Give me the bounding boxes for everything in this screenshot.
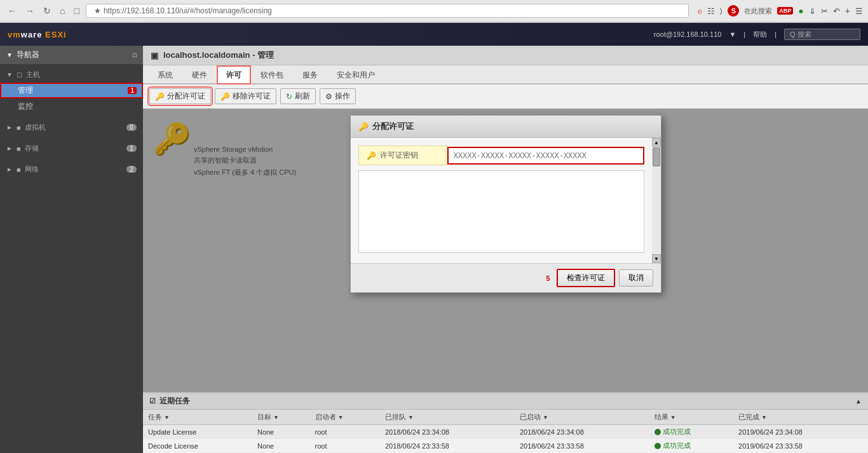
license-key-label: 🔑 许可证密钥 — [358, 145, 447, 165]
help-label[interactable]: 帮助 — [753, 30, 767, 39]
sidebar: ▼ 导航器 □ ▼ ◻ 主机 管理 1 监控 ► ■ 虚拟机 0 — [0, 46, 143, 453]
task-name-2: Decode License — [143, 439, 252, 453]
task-completed-2: 2019/06/24 23:33:58 — [733, 439, 868, 453]
tasks-header: ☑ 近期任务 ▲ — [143, 393, 868, 410]
tasks-checkbox-icon: ☑ — [149, 397, 156, 405]
result-badge-2: 成功完成 — [654, 441, 728, 450]
home-button[interactable]: ⌂ — [57, 4, 67, 17]
network-arrow-icon: ► — [6, 166, 13, 173]
page-icon: ▣ — [151, 51, 158, 60]
add-tab-icon[interactable]: + — [845, 6, 850, 16]
header-search-input[interactable] — [784, 29, 860, 40]
dialog-scroll-area[interactable] — [358, 170, 644, 253]
manage-badge: 1 — [128, 87, 137, 94]
col-initiator: 启动者 ▼ — [310, 410, 381, 425]
download-icon[interactable]: ⇓ — [809, 6, 816, 16]
scroll-down-arrow[interactable]: ▼ — [652, 254, 661, 263]
separator-bar2: | — [775, 30, 776, 38]
menu-icon[interactable]: ☰ — [855, 6, 863, 16]
col-started: 已启动 ▼ — [515, 410, 649, 425]
vmware-text: vm — [8, 30, 21, 39]
assign-license-button[interactable]: 🔑 分配许可证 — [149, 88, 211, 104]
refresh-button[interactable]: ↻ 刷新 — [280, 88, 316, 104]
page-button[interactable]: □ — [71, 4, 81, 17]
ext-icon-1[interactable]: e — [698, 6, 702, 16]
url-text: https://192.168.10.110/ui/#/host/manage/… — [104, 6, 272, 15]
remove-license-button[interactable]: 🔑 移除许可证 — [215, 88, 276, 104]
task-result-1: 成功完成 — [649, 425, 733, 439]
task-started-2: 2018/06/24 23:33:58 — [515, 439, 649, 453]
tab-packages[interactable]: 软件包 — [251, 65, 293, 85]
sidebar-network-group: ► ■ 网络 2 — [0, 159, 143, 180]
cut-icon[interactable]: ✂ — [821, 6, 828, 16]
refresh-browser-button[interactable]: ↻ — [41, 4, 53, 17]
sidebar-nav-header[interactable]: ▼ 导航器 □ — [0, 46, 143, 64]
tasks-collapse-icon[interactable]: ▲ — [855, 398, 862, 405]
tasks-table-wrapper: 任务 ▼ 目标 ▼ 启动者 ▼ 已排队 ▼ — [143, 410, 868, 453]
task-completed-1: 2019/06/24 23:34:08 — [733, 425, 868, 439]
sidebar-vm-group: ► ■ 虚拟机 0 — [0, 117, 143, 138]
cancel-button[interactable]: 取消 — [619, 269, 653, 287]
dialog-title-bar: 🔑 分配许可证 — [351, 116, 661, 138]
scrollbar-thumb[interactable] — [653, 147, 660, 166]
license-key-input[interactable] — [447, 147, 644, 165]
separator1: ▼ — [729, 30, 736, 38]
vm-icon: ■ — [17, 124, 21, 132]
task-queued-2: 2018/06/24 23:33:58 — [380, 439, 515, 453]
storage-label: 存储 — [25, 144, 39, 153]
back-button[interactable]: ← — [5, 4, 19, 17]
sidebar-item-manage[interactable]: 管理 1 — [0, 83, 143, 98]
tab-system[interactable]: 系统 — [148, 65, 182, 85]
browser-chrome: ← → ↻ ⌂ □ ★ https://192.168.10.110/ui/#/… — [0, 0, 868, 23]
toolbar: 🔑 分配许可证 🔑 移除许可证 ↻ 刷新 ⚙ 操作 — [143, 85, 868, 109]
storage-arrow-icon: ► — [6, 145, 13, 152]
dialog-footer: 5 检查许可证 取消 — [351, 263, 661, 292]
tab-services[interactable]: 服务 — [293, 65, 327, 85]
network-icon: ■ — [17, 166, 21, 173]
ext-icon-s[interactable]: S — [728, 5, 739, 17]
step-number: 5 — [546, 274, 550, 282]
browser-toolbar: ← → ↻ ⌂ □ ★ https://192.168.10.110/ui/#/… — [0, 0, 868, 22]
ext-icon-2[interactable]: ☷ — [707, 6, 715, 16]
sidebar-host-header[interactable]: ▼ ◻ 主机 — [0, 67, 143, 83]
remove-icon: 🔑 — [220, 92, 230, 101]
ext-icon-abp[interactable]: ABP — [777, 7, 793, 15]
ext-icon-green[interactable]: ● — [798, 6, 803, 16]
scroll-up-arrow[interactable]: ▲ — [652, 138, 661, 147]
vm-label: 虚拟机 — [25, 123, 46, 132]
assign-license-dialog: 🔑 分配许可证 🔑 许可证密钥 — [350, 115, 661, 293]
ext-icon-arrow[interactable]: 〉 — [720, 7, 722, 15]
label-key-icon: 🔑 — [367, 151, 376, 160]
actions-button[interactable]: ⚙ 操作 — [320, 88, 356, 104]
sidebar-storage-header[interactable]: ► ■ 存储 1 — [0, 140, 143, 156]
network-badge: 2 — [126, 166, 137, 173]
forward-button[interactable]: → — [23, 4, 37, 17]
task-initiator-1: root — [310, 425, 381, 439]
sidebar-host-group: ▼ ◻ 主机 管理 1 监控 — [0, 64, 143, 117]
task-started-1: 2018/06/24 23:34:08 — [515, 425, 649, 439]
dialog-overlay: 🔑 分配许可证 🔑 许可证密钥 — [143, 109, 868, 392]
undo-icon[interactable]: ↶ — [833, 6, 840, 16]
license-key-row: 🔑 许可证密钥 — [358, 145, 644, 165]
task-initiator-2: root — [310, 439, 381, 453]
host-arrow-icon: ▼ — [6, 71, 13, 78]
nav-label: 导航器 — [17, 50, 39, 60]
monitor-label: 监控 — [18, 101, 33, 112]
sidebar-network-header[interactable]: ► ■ 网络 2 — [0, 161, 143, 177]
tab-security[interactable]: 安全和用户 — [327, 65, 384, 85]
table-row: Update License None root 2018/06/24 23:3… — [143, 425, 868, 439]
col-result: 结果 ▼ — [649, 410, 733, 425]
separator-bar1: | — [743, 30, 745, 38]
col-task: 任务 ▼ — [143, 410, 252, 425]
nav-close-icon[interactable]: □ — [133, 51, 137, 58]
dialog-key-icon: 🔑 — [358, 122, 369, 132]
esxi-text: ESXi — [45, 30, 67, 39]
tab-licensing[interactable]: 许可 — [217, 65, 251, 85]
task-target-2: None — [252, 439, 310, 453]
tab-hardware[interactable]: 硬件 — [182, 65, 217, 85]
license-content: 🔑 vSphere Storage vMotion 共享的智能卡读取器 vSph… — [143, 109, 868, 392]
address-bar[interactable]: ★ https://192.168.10.110/ui/#/host/manag… — [86, 4, 689, 18]
sidebar-vm-header[interactable]: ► ■ 虚拟机 0 — [0, 119, 143, 135]
check-license-button[interactable]: 检查许可证 — [557, 269, 615, 287]
sidebar-item-monitor[interactable]: 监控 — [0, 98, 143, 114]
